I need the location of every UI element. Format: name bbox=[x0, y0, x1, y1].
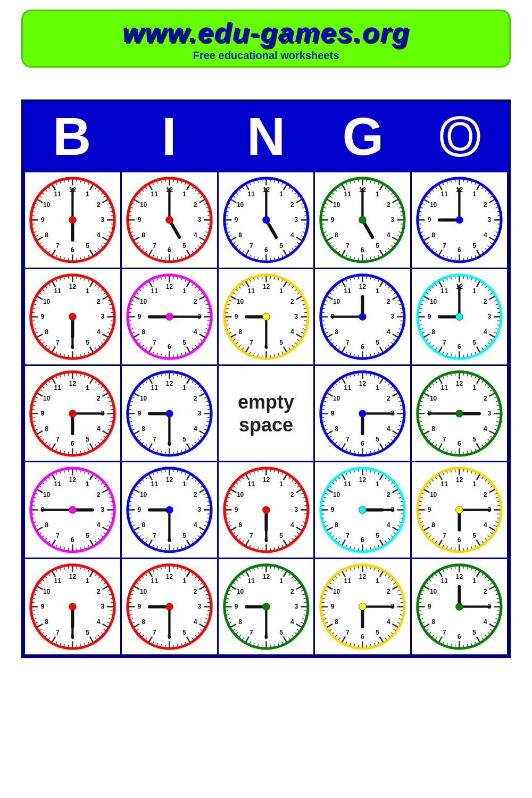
svg-line-959 bbox=[367, 373, 367, 376]
svg-line-1187 bbox=[173, 469, 174, 472]
svg-line-762 bbox=[111, 418, 113, 418]
clock-cell: 121234567891011 bbox=[25, 172, 120, 268]
svg-text:5: 5 bbox=[86, 629, 89, 637]
svg-line-30 bbox=[32, 224, 35, 225]
svg-line-1307 bbox=[367, 548, 367, 551]
svg-text:3: 3 bbox=[488, 313, 492, 320]
svg-text:6: 6 bbox=[458, 343, 461, 351]
svg-line-1066 bbox=[111, 514, 113, 514]
svg-text:10: 10 bbox=[140, 201, 147, 209]
svg-text:1: 1 bbox=[376, 190, 380, 198]
svg-text:8: 8 bbox=[431, 425, 435, 432]
svg-text:12: 12 bbox=[456, 573, 463, 580]
svg-text:10: 10 bbox=[140, 395, 147, 402]
svg-line-275 bbox=[367, 179, 367, 182]
svg-text:9: 9 bbox=[428, 216, 431, 223]
svg-text:12: 12 bbox=[456, 380, 463, 387]
svg-line-1263 bbox=[270, 469, 271, 472]
svg-text:8: 8 bbox=[335, 328, 339, 335]
svg-line-78 bbox=[207, 224, 210, 225]
svg-text:3: 3 bbox=[294, 313, 298, 320]
svg-text:4: 4 bbox=[387, 521, 390, 529]
svg-text:2: 2 bbox=[387, 298, 390, 305]
svg-line-699 bbox=[463, 355, 464, 358]
svg-point-531 bbox=[165, 313, 173, 320]
svg-line-1261 bbox=[262, 469, 262, 472]
svg-line-896 bbox=[207, 409, 210, 410]
svg-text:8: 8 bbox=[431, 328, 435, 335]
svg-text:3: 3 bbox=[391, 216, 395, 223]
svg-text:2: 2 bbox=[97, 395, 101, 402]
svg-point-227 bbox=[262, 217, 270, 224]
svg-line-410 bbox=[32, 321, 35, 321]
svg-text:1: 1 bbox=[279, 287, 283, 294]
svg-text:5: 5 bbox=[376, 242, 380, 250]
clock-face: 121234567891011 bbox=[124, 368, 215, 459]
svg-text:10: 10 bbox=[333, 588, 340, 595]
svg-text:11: 11 bbox=[247, 577, 255, 585]
bingo-card: B I N G O 121234567891011 12123456789101… bbox=[21, 99, 511, 658]
svg-line-1124 bbox=[111, 506, 113, 506]
svg-line-1337 bbox=[359, 469, 359, 472]
svg-line-458 bbox=[207, 321, 210, 321]
svg-text:2: 2 bbox=[97, 588, 101, 595]
svg-text:11: 11 bbox=[247, 287, 255, 294]
svg-line-349 bbox=[455, 179, 456, 182]
svg-text:8: 8 bbox=[335, 521, 339, 529]
svg-text:2: 2 bbox=[484, 395, 487, 402]
svg-line-167 bbox=[270, 258, 271, 261]
svg-text:12: 12 bbox=[262, 283, 270, 290]
svg-line-1550 bbox=[129, 611, 131, 611]
svg-text:8: 8 bbox=[45, 618, 48, 626]
svg-text:7: 7 bbox=[56, 533, 60, 540]
clock-cell: 121234567891011 bbox=[219, 559, 314, 654]
svg-text:12: 12 bbox=[69, 476, 77, 484]
svg-text:8: 8 bbox=[431, 521, 435, 529]
svg-text:4: 4 bbox=[484, 231, 487, 239]
svg-line-306 bbox=[497, 224, 500, 225]
svg-text:7: 7 bbox=[346, 436, 350, 443]
svg-text:11: 11 bbox=[54, 480, 62, 488]
svg-line-108 bbox=[129, 215, 131, 216]
svg-text:8: 8 bbox=[142, 618, 145, 626]
svg-line-1628 bbox=[226, 603, 228, 603]
svg-text:5: 5 bbox=[86, 436, 89, 443]
svg-text:5: 5 bbox=[376, 533, 380, 540]
svg-text:4: 4 bbox=[194, 328, 197, 335]
svg-line-1248 bbox=[226, 506, 228, 506]
svg-text:12: 12 bbox=[262, 573, 270, 580]
svg-text:12: 12 bbox=[359, 573, 367, 580]
svg-text:12: 12 bbox=[166, 573, 173, 580]
svg-text:10: 10 bbox=[43, 201, 51, 209]
svg-line-2 bbox=[111, 224, 113, 225]
svg-text:12: 12 bbox=[359, 380, 367, 387]
svg-line-197 bbox=[262, 179, 262, 182]
svg-line-382 bbox=[111, 321, 113, 321]
svg-point-303 bbox=[359, 217, 367, 224]
svg-text:6: 6 bbox=[458, 439, 461, 447]
svg-line-136 bbox=[207, 215, 210, 216]
svg-text:6: 6 bbox=[168, 246, 171, 254]
svg-point-379 bbox=[456, 217, 463, 224]
clock-face: 121234567891011 bbox=[414, 561, 505, 652]
svg-point-1747 bbox=[359, 603, 367, 611]
svg-text:11: 11 bbox=[441, 577, 448, 585]
svg-line-1309 bbox=[359, 548, 359, 551]
svg-text:11: 11 bbox=[441, 384, 448, 391]
clock-cell: 121234567891011 bbox=[25, 559, 120, 654]
svg-text:9: 9 bbox=[138, 410, 142, 417]
svg-text:5: 5 bbox=[473, 436, 477, 443]
svg-text:9: 9 bbox=[138, 603, 142, 611]
svg-text:4: 4 bbox=[97, 618, 101, 626]
svg-text:5: 5 bbox=[473, 242, 477, 250]
svg-text:1: 1 bbox=[473, 190, 477, 198]
svg-line-1580 bbox=[207, 603, 210, 603]
svg-text:5: 5 bbox=[279, 629, 283, 637]
svg-text:6: 6 bbox=[458, 246, 461, 254]
svg-line-1383 bbox=[463, 548, 464, 551]
svg-point-683 bbox=[359, 313, 367, 320]
svg-text:2: 2 bbox=[194, 201, 197, 209]
svg-text:4: 4 bbox=[484, 328, 487, 335]
svg-text:1: 1 bbox=[473, 287, 477, 294]
svg-line-1565 bbox=[165, 566, 165, 569]
